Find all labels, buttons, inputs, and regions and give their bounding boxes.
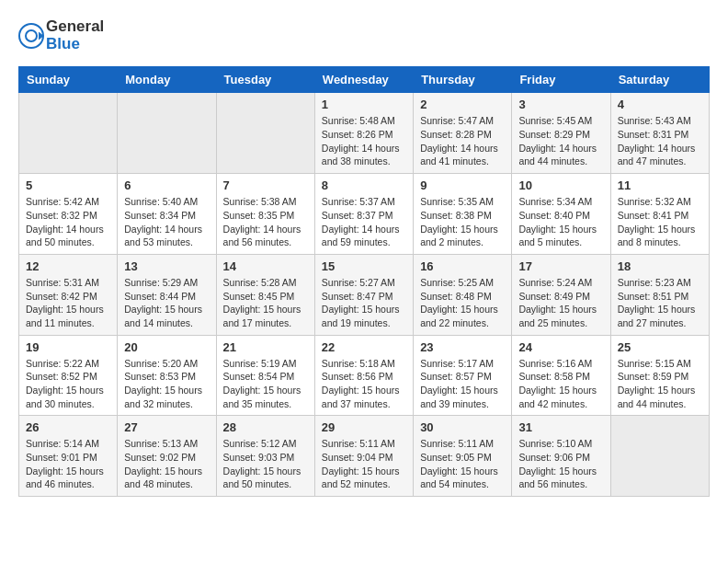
- calendar-day-18: 18Sunrise: 5:23 AM Sunset: 8:51 PM Dayli…: [610, 254, 709, 335]
- day-number: 17: [518, 259, 603, 273]
- calendar-day-22: 22Sunrise: 5:18 AM Sunset: 8:56 PM Dayli…: [314, 335, 413, 416]
- page-header: General Blue: [18, 18, 710, 52]
- day-info: Sunrise: 5:29 AM Sunset: 8:44 PM Dayligh…: [124, 276, 209, 330]
- day-number: 27: [124, 420, 209, 434]
- day-info: Sunrise: 5:10 AM Sunset: 9:06 PM Dayligh…: [518, 437, 603, 491]
- calendar-day-16: 16Sunrise: 5:25 AM Sunset: 8:48 PM Dayli…: [414, 254, 512, 335]
- calendar-day-27: 27Sunrise: 5:13 AM Sunset: 9:02 PM Dayli…: [118, 416, 216, 497]
- logo-flag-icon: [18, 23, 44, 49]
- day-number: 24: [518, 340, 603, 354]
- day-number: 13: [124, 259, 209, 273]
- day-number: 18: [618, 259, 702, 273]
- day-info: Sunrise: 5:11 AM Sunset: 9:05 PM Dayligh…: [420, 437, 505, 491]
- day-info: Sunrise: 5:42 AM Sunset: 8:32 PM Dayligh…: [26, 195, 110, 249]
- calendar-day-19: 19Sunrise: 5:22 AM Sunset: 8:52 PM Dayli…: [19, 335, 118, 416]
- calendar-day-31: 31Sunrise: 5:10 AM Sunset: 9:06 PM Dayli…: [512, 416, 610, 497]
- day-info: Sunrise: 5:19 AM Sunset: 8:54 PM Dayligh…: [223, 357, 308, 411]
- calendar-week-row: 12Sunrise: 5:31 AM Sunset: 8:42 PM Dayli…: [19, 254, 710, 335]
- day-info: Sunrise: 5:38 AM Sunset: 8:35 PM Dayligh…: [223, 195, 308, 249]
- day-number: 29: [322, 420, 406, 434]
- calendar-empty-cell: [19, 93, 118, 174]
- day-number: 5: [26, 178, 110, 192]
- weekday-header-sunday: Sunday: [19, 67, 118, 93]
- day-info: Sunrise: 5:45 AM Sunset: 8:29 PM Dayligh…: [518, 114, 603, 168]
- calendar-day-7: 7Sunrise: 5:38 AM Sunset: 8:35 PM Daylig…: [216, 174, 314, 255]
- calendar-day-3: 3Sunrise: 5:45 AM Sunset: 8:29 PM Daylig…: [512, 93, 610, 174]
- day-info: Sunrise: 5:23 AM Sunset: 8:51 PM Dayligh…: [618, 276, 702, 330]
- day-info: Sunrise: 5:47 AM Sunset: 8:28 PM Dayligh…: [420, 114, 505, 168]
- day-number: 22: [322, 340, 406, 354]
- day-number: 7: [223, 178, 308, 192]
- calendar-week-row: 26Sunrise: 5:14 AM Sunset: 9:01 PM Dayli…: [19, 416, 710, 497]
- day-number: 11: [618, 178, 702, 192]
- calendar-day-9: 9Sunrise: 5:35 AM Sunset: 8:38 PM Daylig…: [414, 174, 512, 255]
- day-info: Sunrise: 5:37 AM Sunset: 8:37 PM Dayligh…: [322, 195, 406, 249]
- calendar-day-29: 29Sunrise: 5:11 AM Sunset: 9:04 PM Dayli…: [314, 416, 413, 497]
- day-info: Sunrise: 5:43 AM Sunset: 8:31 PM Dayligh…: [618, 114, 702, 168]
- day-info: Sunrise: 5:48 AM Sunset: 8:26 PM Dayligh…: [322, 114, 406, 168]
- day-info: Sunrise: 5:35 AM Sunset: 8:38 PM Dayligh…: [420, 195, 505, 249]
- calendar-empty-cell: [118, 93, 216, 174]
- calendar-week-row: 1Sunrise: 5:48 AM Sunset: 8:26 PM Daylig…: [19, 93, 710, 174]
- day-number: 6: [124, 178, 209, 192]
- calendar-day-14: 14Sunrise: 5:28 AM Sunset: 8:45 PM Dayli…: [216, 254, 314, 335]
- calendar-day-28: 28Sunrise: 5:12 AM Sunset: 9:03 PM Dayli…: [216, 416, 314, 497]
- calendar-day-13: 13Sunrise: 5:29 AM Sunset: 8:44 PM Dayli…: [118, 254, 216, 335]
- day-number: 25: [618, 340, 702, 354]
- day-number: 28: [223, 420, 308, 434]
- weekday-header-row: SundayMondayTuesdayWednesdayThursdayFrid…: [19, 67, 710, 93]
- day-info: Sunrise: 5:15 AM Sunset: 8:59 PM Dayligh…: [618, 357, 702, 411]
- day-number: 16: [420, 259, 505, 273]
- weekday-header-saturday: Saturday: [610, 67, 709, 93]
- calendar-empty-cell: [216, 93, 314, 174]
- calendar-day-11: 11Sunrise: 5:32 AM Sunset: 8:41 PM Dayli…: [610, 174, 709, 255]
- day-number: 15: [322, 259, 406, 273]
- day-number: 30: [420, 420, 505, 434]
- calendar-day-15: 15Sunrise: 5:27 AM Sunset: 8:47 PM Dayli…: [314, 254, 413, 335]
- logo-general-text: General: [46, 18, 104, 36]
- day-number: 9: [420, 178, 505, 192]
- day-info: Sunrise: 5:14 AM Sunset: 9:01 PM Dayligh…: [26, 437, 110, 491]
- calendar-day-26: 26Sunrise: 5:14 AM Sunset: 9:01 PM Dayli…: [19, 416, 118, 497]
- day-number: 23: [420, 340, 505, 354]
- calendar-table: SundayMondayTuesdayWednesdayThursdayFrid…: [18, 66, 710, 497]
- day-number: 2: [420, 98, 505, 111]
- day-number: 20: [124, 340, 209, 354]
- day-number: 4: [618, 98, 702, 111]
- calendar-day-24: 24Sunrise: 5:16 AM Sunset: 8:58 PM Dayli…: [512, 335, 610, 416]
- day-info: Sunrise: 5:31 AM Sunset: 8:42 PM Dayligh…: [26, 276, 110, 330]
- calendar-day-1: 1Sunrise: 5:48 AM Sunset: 8:26 PM Daylig…: [314, 93, 413, 174]
- day-info: Sunrise: 5:16 AM Sunset: 8:58 PM Dayligh…: [518, 357, 603, 411]
- day-info: Sunrise: 5:40 AM Sunset: 8:34 PM Dayligh…: [124, 195, 209, 249]
- day-info: Sunrise: 5:27 AM Sunset: 8:47 PM Dayligh…: [322, 276, 406, 330]
- day-number: 31: [518, 420, 603, 434]
- logo-wordmark: General Blue: [18, 18, 104, 52]
- calendar-day-6: 6Sunrise: 5:40 AM Sunset: 8:34 PM Daylig…: [118, 174, 216, 255]
- weekday-header-friday: Friday: [512, 67, 610, 93]
- calendar-day-10: 10Sunrise: 5:34 AM Sunset: 8:40 PM Dayli…: [512, 174, 610, 255]
- day-number: 8: [322, 178, 406, 192]
- day-number: 14: [223, 259, 308, 273]
- weekday-header-monday: Monday: [118, 67, 216, 93]
- weekday-header-wednesday: Wednesday: [314, 67, 413, 93]
- day-info: Sunrise: 5:12 AM Sunset: 9:03 PM Dayligh…: [223, 437, 308, 491]
- day-info: Sunrise: 5:28 AM Sunset: 8:45 PM Dayligh…: [223, 276, 308, 330]
- svg-point-1: [26, 30, 37, 41]
- calendar-day-4: 4Sunrise: 5:43 AM Sunset: 8:31 PM Daylig…: [610, 93, 709, 174]
- day-info: Sunrise: 5:25 AM Sunset: 8:48 PM Dayligh…: [420, 276, 505, 330]
- day-number: 21: [223, 340, 308, 354]
- calendar-week-row: 5Sunrise: 5:42 AM Sunset: 8:32 PM Daylig…: [19, 174, 710, 255]
- day-info: Sunrise: 5:24 AM Sunset: 8:49 PM Dayligh…: [518, 276, 603, 330]
- calendar-day-25: 25Sunrise: 5:15 AM Sunset: 8:59 PM Dayli…: [610, 335, 709, 416]
- calendar-day-17: 17Sunrise: 5:24 AM Sunset: 8:49 PM Dayli…: [512, 254, 610, 335]
- calendar-day-8: 8Sunrise: 5:37 AM Sunset: 8:37 PM Daylig…: [314, 174, 413, 255]
- calendar-day-2: 2Sunrise: 5:47 AM Sunset: 8:28 PM Daylig…: [414, 93, 512, 174]
- day-info: Sunrise: 5:13 AM Sunset: 9:02 PM Dayligh…: [124, 437, 209, 491]
- calendar-day-12: 12Sunrise: 5:31 AM Sunset: 8:42 PM Dayli…: [19, 254, 118, 335]
- calendar-day-20: 20Sunrise: 5:20 AM Sunset: 8:53 PM Dayli…: [118, 335, 216, 416]
- day-info: Sunrise: 5:20 AM Sunset: 8:53 PM Dayligh…: [124, 357, 209, 411]
- calendar-day-23: 23Sunrise: 5:17 AM Sunset: 8:57 PM Dayli…: [414, 335, 512, 416]
- calendar-day-5: 5Sunrise: 5:42 AM Sunset: 8:32 PM Daylig…: [19, 174, 118, 255]
- day-number: 3: [518, 98, 603, 111]
- day-number: 26: [26, 420, 110, 434]
